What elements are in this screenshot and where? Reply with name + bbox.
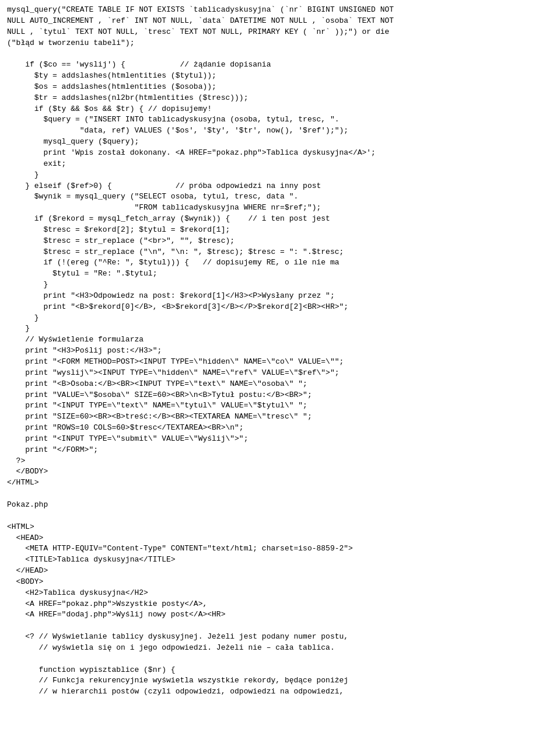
code-content: mysql_query("CREATE TABLE IF NOT EXISTS …	[7, 5, 553, 698]
